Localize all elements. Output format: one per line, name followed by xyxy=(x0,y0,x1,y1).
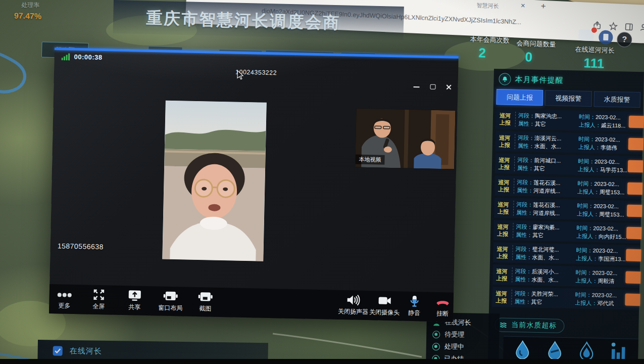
mute-button[interactable]: 静音 xyxy=(400,294,429,317)
attribute-value: 水面、水... xyxy=(532,254,559,261)
row-divider xyxy=(515,134,516,149)
time-value: 2023-02... xyxy=(592,292,617,298)
tab-water-quality-alarm[interactable]: 水质报警 xyxy=(593,91,640,108)
row-action-button[interactable] xyxy=(629,116,644,128)
row-action-button[interactable] xyxy=(627,183,642,195)
new-tab-icon[interactable]: + xyxy=(540,2,546,12)
row-action-button[interactable] xyxy=(627,205,642,217)
event-panel-header: 本月事件提醒 xyxy=(493,69,644,91)
event-row[interactable]: 巡河上报河段：陶家沟忠...属性：其它时间：2023-02...上报人：戚云11… xyxy=(496,109,643,132)
minimize-icon[interactable] xyxy=(412,82,420,90)
stat-label: 在线巡河河长 xyxy=(575,45,615,56)
attribute-value: 其它 xyxy=(532,232,543,238)
reporter-value: 周毅清 xyxy=(598,278,614,284)
time-label: 时间： xyxy=(578,136,595,143)
reporter-label: 上报人： xyxy=(579,122,601,128)
patrol-report-tag: 巡河上报 xyxy=(493,223,512,238)
stat-value: 2 xyxy=(478,45,509,62)
event-row[interactable]: 巡河上报河段：莲花石溪...属性：河道岸线...时间：2023-02...上报人… xyxy=(494,175,642,199)
segment-value: 廖家沟綦... xyxy=(532,224,559,231)
event-row[interactable]: 巡河上报河段：前河城口...属性：其它时间：2023-02...上报人：马学芬1… xyxy=(495,153,642,176)
more-button[interactable]: 更多 xyxy=(50,287,79,310)
reporter-label: 上报人： xyxy=(578,144,601,151)
segment-label: 河段： xyxy=(515,246,532,252)
event-row[interactable]: 巡河上报河段：关胜河荣...属性：其它时间：2023-02...上报人：邓代武 xyxy=(492,287,639,310)
microphone-icon xyxy=(400,294,429,308)
segment-label: 河段： xyxy=(517,179,533,186)
browser-tab-title: 智慧河长 xyxy=(476,2,499,10)
processing-status-icon xyxy=(432,343,440,350)
screenshot-button[interactable]: 截图 xyxy=(191,290,220,313)
event-row[interactable]: 巡河上报河段：后溪河小...属性：水面、水...时间：2023-02...上报人… xyxy=(492,264,640,288)
event-list: 巡河上报河段：陶家沟忠...属性：其它时间：2023-02...上报人：戚云11… xyxy=(489,109,643,310)
time-value: 2023-02... xyxy=(595,158,620,165)
segment-value: 陶家沟忠... xyxy=(535,113,562,119)
water-drop-icon[interactable] xyxy=(512,339,533,362)
row-left-fields: 河段：前河城口...属性：其它 xyxy=(517,156,578,173)
row-action-button[interactable] xyxy=(626,227,641,240)
online-chief-checkbox[interactable] xyxy=(53,346,63,355)
share-button[interactable]: 共享 xyxy=(120,289,149,312)
side-panel-icon[interactable] xyxy=(624,22,634,32)
segment-value: 后溪河小... xyxy=(532,268,559,275)
attribute-value: 其它 xyxy=(535,121,546,127)
time-label: 时间： xyxy=(577,203,593,209)
close-icon[interactable] xyxy=(444,83,453,91)
processing-rate-value: 97.47% xyxy=(14,11,42,21)
online-chief-checkbox-label: 在线河长 xyxy=(70,346,102,356)
reporter-label: 上报人： xyxy=(577,210,599,217)
caller-number: 15870556638 xyxy=(58,242,104,251)
event-row[interactable]: 巡河上报河段：莲花石溪...属性：河道岸线...时间：2023-02...上报人… xyxy=(494,198,641,221)
row-left-fields: 河段：澎溪河云...属性：水面、水... xyxy=(518,133,579,151)
camera-off-button[interactable]: 关闭摄像头 xyxy=(364,294,405,317)
fullscreen-button[interactable]: 全屏 xyxy=(84,288,113,311)
attribute-label: 属性： xyxy=(518,120,535,127)
maximize-icon[interactable] xyxy=(428,83,436,91)
local-video-thumbnail[interactable]: 本地视频 xyxy=(355,109,455,169)
reporter-value: 戚云118... xyxy=(601,122,626,128)
stat-label: 本年会商次数 xyxy=(470,35,510,46)
time-value: 2023-02... xyxy=(592,269,617,276)
stat-online-chiefs: 在线巡河河长 111 xyxy=(574,45,615,72)
window-layout-button[interactable]: 窗口布局 xyxy=(151,289,190,313)
attribute-label: 属性： xyxy=(517,165,534,171)
window-controls xyxy=(412,82,453,92)
row-action-button[interactable] xyxy=(626,249,641,262)
attribute-value: 水面、水... xyxy=(531,277,558,283)
row-left-fields: 河段：莲花石溪...属性：河道岸线... xyxy=(516,200,577,218)
segment-value: 澎溪河云... xyxy=(534,135,561,142)
row-left-fields: 河段：后溪河小...属性：水面、水... xyxy=(515,267,576,285)
check-icon xyxy=(55,348,61,353)
time-label: 时间： xyxy=(578,158,595,165)
time-value: 2023-02... xyxy=(593,225,618,232)
row-divider xyxy=(514,156,515,171)
reporter-value: 李国洲13... xyxy=(598,255,626,262)
row-action-button[interactable] xyxy=(625,294,640,306)
water-layers-icon xyxy=(499,321,507,329)
row-action-button[interactable] xyxy=(628,160,643,173)
hangup-button[interactable]: 挂断 xyxy=(429,295,456,318)
event-row[interactable]: 巡河上报河段：廖家沟綦...属性：其它时间：2023-02...上报人：向内好1… xyxy=(493,220,641,243)
tab-video-alarm[interactable]: 视频报警 xyxy=(545,90,592,107)
attribute-label: 属性： xyxy=(518,143,534,149)
room-id: 10024353222 xyxy=(54,65,458,80)
alert-bell-icon xyxy=(499,73,511,85)
event-row[interactable]: 巡河上报河段：澎溪河云...属性：水面、水...时间：2023-02...上报人… xyxy=(496,131,643,154)
segment-label: 河段： xyxy=(515,268,532,275)
segment-value: 莲花石溪... xyxy=(533,179,560,186)
reporter-label: 上报人： xyxy=(575,299,597,306)
time-label: 时间： xyxy=(576,247,592,253)
attribute-value: 河道岸线... xyxy=(533,210,560,216)
screen-bottom-bezel xyxy=(0,359,644,364)
more-dots-icon xyxy=(51,287,79,301)
row-divider xyxy=(512,267,513,283)
tab-close-icon[interactable]: × xyxy=(520,1,525,10)
profile-icon[interactable] xyxy=(639,23,644,32)
row-action-button[interactable] xyxy=(625,271,640,284)
row-action-button[interactable] xyxy=(628,138,643,151)
row-left-fields: 河段：廖家沟綦...属性：其它 xyxy=(516,222,577,240)
bookmark-star-icon[interactable] xyxy=(609,22,618,31)
event-row[interactable]: 巡河上报河段：璧北河璧...属性：水面、水...时间：2023-02...上报人… xyxy=(493,242,640,265)
tab-problem-report[interactable]: 问题上报 xyxy=(497,89,543,106)
row-divider xyxy=(512,245,513,260)
